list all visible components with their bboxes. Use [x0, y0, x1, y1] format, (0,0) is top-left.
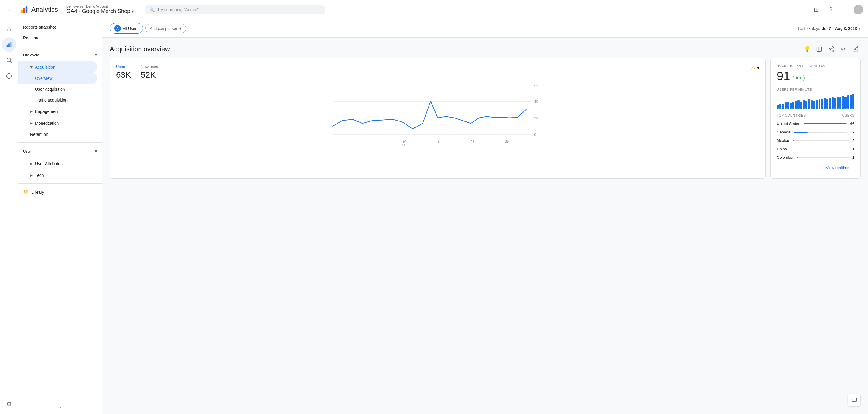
mini-bar [779, 104, 781, 109]
date-chevron: ▾ [859, 26, 861, 31]
breadcrumb: Demoverse › Demo Account GA4 - Google Me… [66, 4, 134, 14]
chart-alert[interactable]: ⚠ ▾ [750, 64, 759, 72]
status-dot [796, 77, 798, 79]
country-row: China 1 [777, 145, 855, 153]
realtime-card: USERS IN LAST 30 MINUTES 91 ▾ USERS PER … [770, 58, 861, 179]
country-row: Mexico 2 [777, 136, 855, 145]
svg-rect-2 [26, 6, 27, 13]
all-users-pill[interactable]: A All Users [110, 23, 143, 34]
nav-explore[interactable] [2, 53, 16, 67]
svg-rect-3 [6, 45, 7, 47]
country-bar-container [794, 132, 846, 133]
country-bar-container [797, 157, 849, 158]
sidebar-lifecycle-header[interactable]: Life cycle ▾ [18, 49, 102, 61]
mini-bar [813, 101, 815, 109]
mini-bar [808, 99, 810, 109]
new-users-value: 52K [141, 70, 159, 80]
sidebar-item-user-acquisition[interactable]: User acquisition [18, 84, 97, 95]
country-users: 1 [852, 147, 855, 151]
segment-avatar: A [114, 25, 121, 32]
mini-bar [842, 96, 844, 109]
view-realtime-icon: → [850, 165, 855, 170]
sidebar-item-overview[interactable]: Overview [18, 73, 97, 84]
mini-bar [811, 100, 813, 109]
lifecycle-collapse-icon: ▾ [95, 52, 97, 58]
sidebar-item-traffic-acquisition[interactable]: Traffic acquisition [18, 95, 97, 105]
nav-advertising[interactable] [2, 69, 16, 83]
nav-reports[interactable] [2, 37, 16, 52]
insights-button[interactable]: 💡 [802, 44, 812, 55]
mini-bars [777, 94, 855, 109]
nav-settings[interactable]: ⚙ [2, 397, 16, 412]
country-bar-container [790, 149, 849, 150]
view-realtime-link[interactable]: View realtime → [777, 165, 855, 170]
page-header: Acquisition overview 💡 [102, 38, 868, 58]
status-badge[interactable]: ▾ [793, 75, 805, 82]
sidebar-collapse-button[interactable]: ‹ [18, 402, 102, 414]
svg-rect-5 [10, 42, 11, 47]
mini-bar [792, 102, 795, 109]
svg-text:6K: 6K [534, 85, 538, 87]
mini-bar [800, 101, 802, 109]
avatar[interactable] [854, 5, 863, 14]
apps-button[interactable]: ⊞ [810, 4, 822, 16]
svg-line-7 [10, 61, 11, 63]
save-report-button[interactable] [814, 44, 825, 55]
mini-bar [798, 100, 800, 109]
date-range-picker[interactable]: Last 28 days Jul 7 – Aug 3, 2023 ▾ [798, 26, 861, 31]
sidebar-user-header[interactable]: User ▾ [18, 145, 102, 158]
mini-bar [821, 99, 823, 109]
country-bar [790, 149, 792, 150]
main-content: A All Users Add comparison + Last 28 day… [102, 19, 868, 414]
country-name: United States [777, 121, 800, 126]
svg-point-12 [829, 49, 831, 50]
edit-button[interactable] [850, 44, 861, 55]
mini-bar [827, 99, 829, 109]
country-rows: United States 66 Canada 17 Mexico 2 Chin… [777, 120, 855, 162]
sidebar-item-reports-snapshot[interactable]: Reports snapshot [18, 22, 97, 33]
country-bar [793, 140, 795, 141]
sidebar-item-acquisition[interactable]: ▾ Acquisition [18, 61, 97, 73]
search-icon: 🔍 [150, 7, 155, 12]
feedback-button[interactable] [847, 393, 861, 407]
share-button[interactable] [826, 44, 837, 55]
sidebar-item-retention[interactable]: Retention [18, 129, 97, 140]
country-row: Canada 17 [777, 128, 855, 136]
property-name[interactable]: GA4 - Google Merch Shop ▾ [66, 8, 134, 14]
search-input[interactable] [157, 7, 321, 12]
sidebar-item-user-attributes[interactable]: ▸ User Attributes [18, 158, 97, 169]
mini-bar [832, 97, 834, 109]
app-title: Analytics [31, 6, 58, 13]
mini-bar [784, 102, 786, 109]
compare-button[interactable] [838, 44, 849, 55]
mini-bar [816, 100, 818, 109]
country-bar [797, 157, 798, 158]
search-bar[interactable]: 🔍 [145, 5, 326, 14]
sidebar-item-engagement[interactable]: ▸ Engagement [18, 105, 97, 117]
more-button[interactable]: ⋮ [839, 4, 851, 16]
new-users-metric: New users 52K [141, 64, 159, 80]
back-button[interactable]: ← [5, 4, 16, 15]
sidebar-item-realtime[interactable]: Realtime [18, 33, 97, 43]
view-realtime-label: View realtime [826, 165, 849, 170]
page-title: Acquisition overview [110, 45, 170, 53]
svg-point-11 [832, 47, 834, 48]
mini-bar [839, 97, 841, 109]
sidebar-item-monetization[interactable]: ▸ Monetization [18, 117, 97, 129]
user-collapse-icon: ▾ [95, 148, 97, 155]
mini-bar [850, 95, 852, 109]
country-bar [794, 132, 808, 133]
library-icon: 📁 [23, 189, 29, 195]
mini-bar [818, 99, 821, 109]
country-name: Colombia [777, 155, 793, 160]
help-button[interactable]: ? [825, 4, 837, 16]
nav-home[interactable]: ⌂ [2, 22, 16, 36]
sidebar-item-library[interactable]: 📁 Library [18, 186, 97, 198]
add-comparison-button[interactable]: Add comparison + [145, 24, 186, 33]
sidebar-item-tech[interactable]: ▸ Tech [18, 169, 97, 181]
mini-bar [777, 104, 779, 109]
topbar: ← Analytics Demoverse › Demo Account GA4… [0, 0, 868, 19]
svg-text:16: 16 [436, 140, 440, 144]
mini-bar [834, 98, 836, 109]
monetization-expand-icon: ▸ [30, 120, 33, 126]
